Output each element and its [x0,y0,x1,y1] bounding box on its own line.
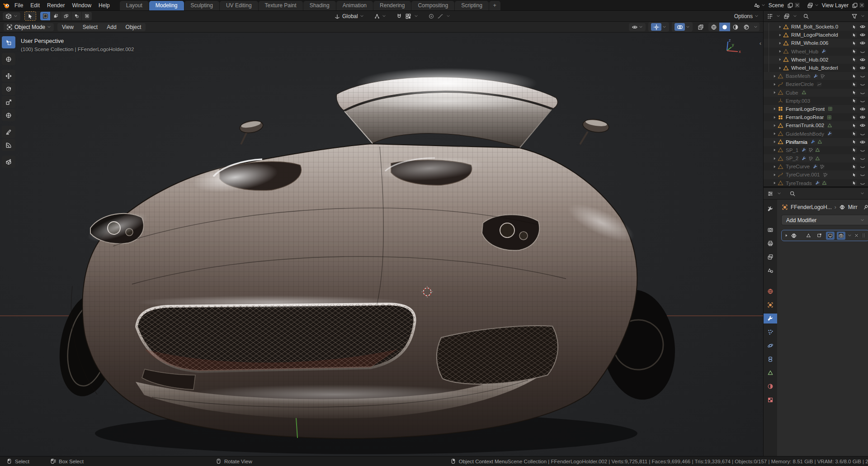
object-name[interactable]: FerrariLogoFront [786,106,825,112]
expand-arrow-icon[interactable] [772,115,778,119]
remove-view-layer-icon[interactable] [859,3,864,8]
outliner-filter-icon[interactable] [851,13,858,19]
tab-sculpting[interactable]: Sculpting [184,1,219,10]
expand-arrow-icon[interactable] [772,82,778,86]
object-name[interactable]: TyreCurve.001 [786,172,820,177]
expand-arrow-icon[interactable] [772,132,778,136]
object-name[interactable]: GuideMeshBody [786,131,824,137]
selectable-toggle-icon[interactable] [852,49,857,54]
selectable-toggle-icon[interactable] [852,82,857,87]
mirror-modifier-panel[interactable] [781,230,868,241]
properties-tab-material[interactable] [765,381,776,391]
properties-options-chevron-icon[interactable] [860,191,864,195]
object-name[interactable]: FerrariTrunk.002 [786,123,824,128]
outliner-display-mode-icon[interactable] [783,13,790,19]
selectable-toggle-icon[interactable] [852,131,857,136]
selectable-toggle-icon[interactable] [852,74,857,79]
selectable-toggle-icon[interactable] [852,115,857,120]
properties-tab-texture[interactable] [765,395,776,405]
outliner-row[interactable]: Pinifarnia [764,138,868,146]
properties-editor-icon[interactable] [767,190,774,197]
hide-toggle-eye-closed-icon[interactable] [859,155,866,162]
object-name[interactable]: BezierCircle [786,81,814,87]
outliner-row[interactable]: Empty.003 [764,97,868,105]
properties-tab-render[interactable] [765,225,776,235]
tab-scripting[interactable]: Scripting [455,1,489,10]
object-name[interactable]: Wheel_Hub_Borderl [791,65,838,71]
tool-annotate[interactable] [2,126,15,138]
filter-chevron-icon[interactable] [861,14,865,18]
scene-name[interactable]: Scene [769,2,784,9]
blender-logo-icon[interactable] [3,1,11,10]
outliner-row[interactable]: RIM_Whole.006 [764,39,868,47]
tab-modeling[interactable]: Modeling [149,1,184,10]
selectable-toggle-icon[interactable] [852,164,857,169]
modifier-on-cage-toggle[interactable] [804,232,813,240]
shading-solid[interactable] [719,23,730,31]
shading-material[interactable] [730,23,741,31]
tab-rendering[interactable]: Rendering [373,1,411,10]
properties-tab-physics[interactable] [765,341,776,351]
outliner-search-icon[interactable] [803,13,809,19]
tab-uv-editing[interactable]: UV Editing [220,1,258,10]
object-name[interactable]: Pinifarnia [786,139,807,145]
gizmo-toggle[interactable] [651,23,661,31]
snap-magnet-icon[interactable] [396,13,402,19]
object-name[interactable]: Wheel_Hub [791,49,818,54]
object-visibility-dropdown[interactable] [629,23,646,31]
hide-toggle-eye-open-icon[interactable] [859,139,866,145]
tool-move[interactable] [2,70,15,82]
new-view-layer-icon[interactable] [852,2,858,9]
add-workspace-tab[interactable]: + [489,1,500,10]
pivot-selector[interactable] [371,12,389,20]
hide-toggle-eye-closed-icon[interactable] [859,48,866,55]
object-name[interactable]: SP_1 [786,147,798,153]
selectable-toggle-icon[interactable] [852,66,857,71]
breadcrumb-object-name[interactable]: FFenderLogoH... [791,204,832,210]
editor-type-selector[interactable] [3,12,20,20]
hide-toggle-eye-open-icon[interactable] [859,106,866,112]
selectable-toggle-icon[interactable] [852,24,857,29]
selectable-toggle-icon[interactable] [852,41,857,46]
tool-rotate[interactable] [2,83,15,95]
select-mode-intersect[interactable] [82,12,92,20]
outliner-row[interactable]: SP_2 [764,154,868,162]
hide-toggle-eye-open-icon[interactable] [859,57,866,63]
shading-chevron-icon[interactable] [754,25,758,29]
outliner-row[interactable]: SP_1 [764,146,868,154]
tool-cursor[interactable] [2,53,15,65]
tool-add-cube[interactable] [2,156,15,168]
menu-window[interactable]: Window [68,1,95,10]
expand-arrow-icon[interactable] [777,33,783,37]
overlays-toggle[interactable] [675,23,685,31]
menu-edit[interactable]: Edit [27,1,43,10]
selectable-toggle-icon[interactable] [852,123,857,128]
object-name[interactable]: SP_2 [786,156,798,161]
menu-file[interactable]: File [11,1,27,10]
properties-search-icon[interactable] [789,190,796,197]
outliner-row[interactable]: TyreTreads [764,179,868,186]
expand-arrow-icon[interactable] [772,74,778,78]
hide-toggle-eye-closed-icon[interactable] [859,73,866,79]
breadcrumb-modifier-name[interactable]: Mirr [848,204,858,210]
properties-tab-world[interactable] [765,286,776,296]
outliner-editor-chevron-icon[interactable] [776,14,780,18]
modifier-extras-chevron-icon[interactable] [848,233,852,238]
outliner-row[interactable]: FerrariTrunk.002 [764,121,868,129]
hide-toggle-eye-closed-icon[interactable] [859,180,866,186]
expand-arrow-icon[interactable] [777,49,783,53]
scene-chevron-icon[interactable] [761,3,765,7]
selectable-toggle-icon[interactable] [852,156,857,161]
hide-toggle-eye-closed-icon[interactable] [859,171,866,178]
pin-icon[interactable] [863,204,868,210]
properties-editor-chevron-icon[interactable] [777,191,781,195]
properties-tab-tool[interactable] [765,204,776,214]
scene-icon[interactable] [754,2,760,9]
view-layer-icon[interactable] [807,2,813,9]
selectable-toggle-icon[interactable] [852,106,857,111]
object-name[interactable]: RIM_LogoPlacehold [791,32,838,38]
selectable-toggle-icon[interactable] [852,139,857,144]
object-name[interactable]: Empty.003 [786,98,810,104]
active-tool-button[interactable] [24,11,36,21]
object-name[interactable]: TyreCurve [786,164,810,169]
